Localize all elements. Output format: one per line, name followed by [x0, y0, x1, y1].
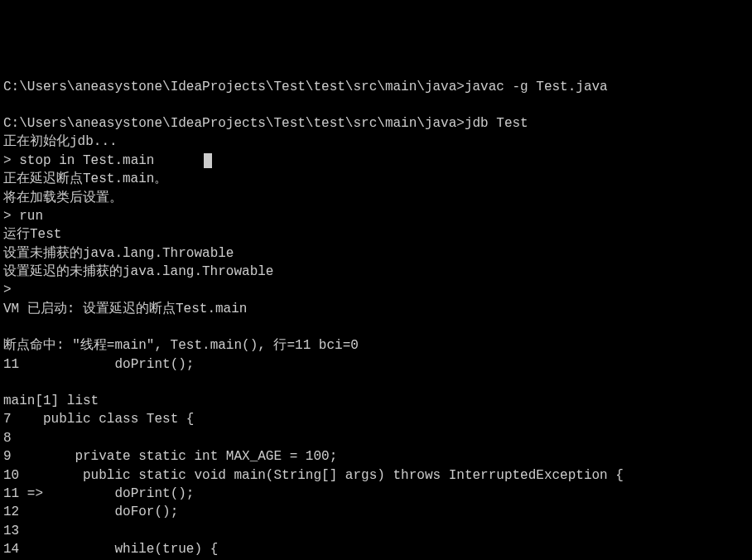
terminal-line	[3, 96, 749, 114]
terminal-line: 正在初始化jdb...	[3, 133, 749, 151]
terminal-line: 正在延迟断点Test.main。	[3, 170, 749, 188]
terminal-output[interactable]: C:\Users\aneasystone\IdeaProjects\Test\t…	[3, 78, 749, 560]
terminal-line: C:\Users\aneasystone\IdeaProjects\Test\t…	[3, 114, 749, 133]
terminal-line: > stop in Test.main	[3, 152, 749, 170]
terminal-line: 7 public class Test {	[3, 410, 749, 428]
terminal-line: 设置未捕获的java.lang.Throwable	[3, 244, 749, 263]
terminal-line: 设置延迟的未捕获的java.lang.Throwable	[3, 263, 749, 281]
terminal-line	[3, 318, 749, 336]
terminal-line: 11 => doPrint();	[3, 485, 749, 503]
cursor	[204, 153, 212, 168]
terminal-line: VM 已启动: 设置延迟的断点Test.main	[3, 300, 749, 318]
terminal-line: 9 private static int MAX_AGE = 100;	[3, 447, 749, 466]
terminal-line: 12 doFor();	[3, 503, 749, 521]
terminal-line: 13	[3, 522, 749, 540]
terminal-line: 14 while(true) {	[3, 540, 749, 558]
terminal-line: 11 doPrint();	[3, 355, 749, 374]
terminal-line: 10 public static void main(String[] args…	[3, 466, 749, 485]
terminal-line	[3, 374, 749, 392]
terminal-line: 运行Test	[3, 225, 749, 244]
terminal-line: 将在加载类后设置。	[3, 189, 749, 207]
terminal-line: C:\Users\aneasystone\IdeaProjects\Test\t…	[3, 78, 749, 96]
terminal-line: 断点命中: "线程=main", Test.main(), 行=11 bci=0	[3, 336, 749, 355]
terminal-line: main[1] list	[3, 392, 749, 410]
terminal-line: > run	[3, 207, 749, 225]
terminal-line: 8	[3, 429, 749, 447]
terminal-line: >	[3, 281, 749, 299]
